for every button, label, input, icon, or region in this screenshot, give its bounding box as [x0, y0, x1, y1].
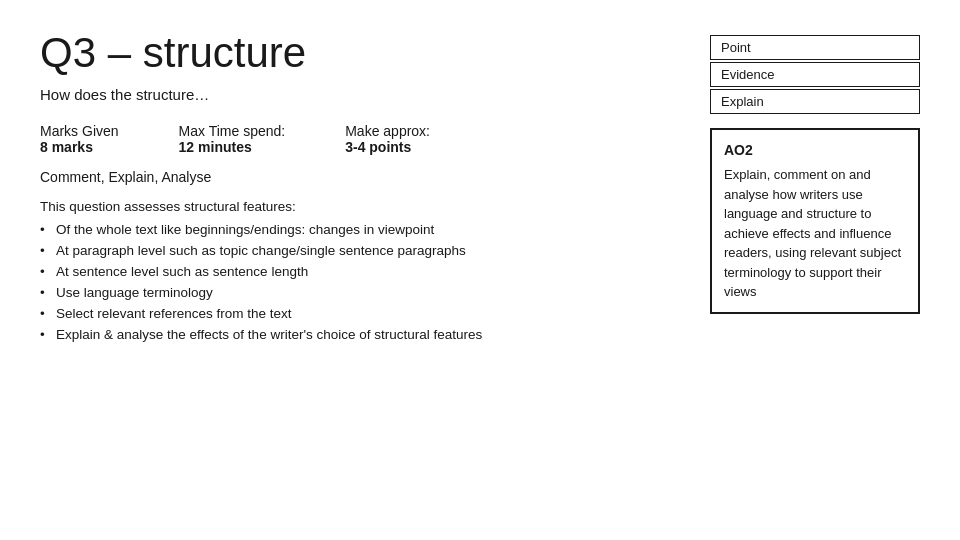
time-label: Max Time spend:: [179, 123, 286, 139]
comment-line: Comment, Explain, Analyse: [40, 169, 690, 185]
sidebar-tags: Point Evidence Explain: [710, 35, 920, 114]
marks-given-value: 8 marks: [40, 139, 119, 155]
ao2-text: Explain, comment on and analyse how writ…: [724, 167, 901, 299]
ao2-box: AO2 Explain, comment on and analyse how …: [710, 128, 920, 314]
sidebar-tag-evidence: Evidence: [710, 62, 920, 87]
approx-label: Make approx:: [345, 123, 430, 139]
marks-given-label: Marks Given: [40, 123, 119, 139]
time-spend-col: Max Time spend: 12 minutes: [179, 123, 286, 155]
ao2-title: AO2: [724, 140, 906, 161]
make-approx-col: Make approx: 3-4 points: [345, 123, 430, 155]
marks-given-col: Marks Given 8 marks: [40, 123, 119, 155]
list-item: At sentence level such as sentence lengt…: [40, 262, 690, 283]
list-item: Explain & analyse the effects of the wri…: [40, 325, 690, 346]
sidebar: Point Evidence Explain AO2 Explain, comm…: [710, 30, 920, 510]
list-item: Use language terminology: [40, 283, 690, 304]
list-item: Select relevant references from the text: [40, 304, 690, 325]
page-title: Q3 – structure: [40, 30, 690, 76]
sidebar-tag-explain: Explain: [710, 89, 920, 114]
time-value: 12 minutes: [179, 139, 286, 155]
main-content: Q3 – structure How does the structure… M…: [40, 30, 710, 510]
list-item: At paragraph level such as topic change/…: [40, 241, 690, 262]
approx-value: 3-4 points: [345, 139, 430, 155]
marks-row: Marks Given 8 marks Max Time spend: 12 m…: [40, 123, 690, 155]
sidebar-tag-point: Point: [710, 35, 920, 60]
bullet-list: Of the whole text like beginnings/ending…: [40, 220, 690, 346]
subtitle: How does the structure…: [40, 86, 690, 103]
assesses-intro: This question assesses structural featur…: [40, 199, 690, 214]
list-item: Of the whole text like beginnings/ending…: [40, 220, 690, 241]
